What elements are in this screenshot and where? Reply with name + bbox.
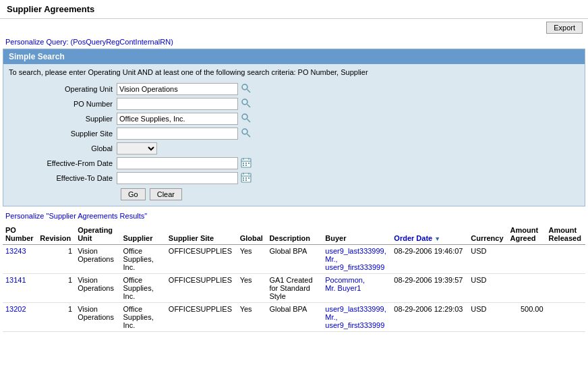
description-cell: Global BPA xyxy=(266,245,322,274)
description-cell: Global BPA xyxy=(266,303,322,332)
effective-to-calendar-icon[interactable] xyxy=(241,172,253,184)
results-section: PONumber Revision OperatingUnit Supplier… xyxy=(0,224,588,335)
svg-rect-17 xyxy=(245,163,247,164)
buyer-cell: user9_last333999,Mr.,user9_first333999 xyxy=(322,303,391,332)
buyer-link[interactable]: user9_last333999,Mr.,user9_first333999 xyxy=(325,247,386,271)
search-instruction-text: To search, please enter Operating Unit A… xyxy=(9,68,368,76)
order-date-cell: 08-29-2006 12:29:03 xyxy=(391,303,468,332)
svg-rect-19 xyxy=(243,165,244,166)
amount-agreed-cell: 500.00 xyxy=(508,303,546,332)
description-cell: GA1 Created for Standard Style xyxy=(266,274,322,303)
col-header-operating-unit: OperatingUnit xyxy=(75,224,120,245)
col-header-revision: Revision xyxy=(37,224,75,245)
po-number-link[interactable]: 13141 xyxy=(5,276,26,284)
col-header-description: Description xyxy=(266,224,322,245)
supplier-site-cell: OFFICESUPPLIES xyxy=(166,245,237,274)
simple-search-section: Simple Search To search, please enter Op… xyxy=(3,49,585,206)
supplier-site-label: Supplier Site xyxy=(71,130,113,138)
po-number-link[interactable]: 13202 xyxy=(5,305,26,313)
search-section-title: Simple Search xyxy=(9,52,65,61)
currency-cell: USD xyxy=(468,303,507,332)
svg-rect-28 xyxy=(243,179,244,181)
svg-rect-25 xyxy=(243,177,244,179)
global-cell: Yes xyxy=(237,245,267,274)
svg-line-1 xyxy=(247,90,251,93)
supplier-site-input[interactable] xyxy=(117,128,238,140)
svg-line-10 xyxy=(247,134,251,138)
table-row: 132021Vision OperationsOffice Supplies, … xyxy=(3,303,585,332)
page-title: Supplier Agreements xyxy=(7,4,94,14)
operating-unit-search-icon[interactable] xyxy=(241,83,253,95)
effective-from-label: Effective-From Date xyxy=(47,159,113,167)
svg-rect-26 xyxy=(245,177,247,179)
svg-point-2 xyxy=(243,86,246,88)
col-header-supplier-site: Supplier Site xyxy=(166,224,237,245)
global-cell: Yes xyxy=(237,303,267,332)
results-table: PONumber Revision OperatingUnit Supplier… xyxy=(3,224,585,332)
svg-line-4 xyxy=(247,105,251,108)
buyer-cell: Pocommon,Mr. Buyer1 xyxy=(322,274,391,303)
global-select[interactable]: Yes No xyxy=(117,142,157,155)
global-cell: Yes xyxy=(237,274,267,303)
sort-arrow-icon: ▼ xyxy=(434,235,440,242)
svg-rect-20 xyxy=(245,165,247,166)
col-header-supplier: Supplier xyxy=(120,224,165,245)
revision-cell: 1 xyxy=(37,274,75,303)
clear-button[interactable]: Clear xyxy=(150,188,182,200)
amount-agreed-cell xyxy=(508,274,546,303)
supplier-cell: Office Supplies, Inc. xyxy=(120,274,165,303)
col-header-buyer: Buyer xyxy=(322,224,391,245)
supplier-site-search-icon[interactable] xyxy=(241,128,253,140)
currency-cell: USD xyxy=(468,245,507,274)
order-date-sort-link[interactable]: Order Date xyxy=(394,234,432,242)
operating-unit-label: Operating Unit xyxy=(65,85,113,93)
supplier-cell: Office Supplies, Inc. xyxy=(120,245,165,274)
po-number-label: PO Number xyxy=(74,100,113,108)
supplier-site-cell: OFFICESUPPLIES xyxy=(166,303,237,332)
go-button[interactable]: Go xyxy=(121,188,146,200)
global-label: Global xyxy=(91,144,113,152)
personalize-results-link[interactable]: Personalize "Supplier Agreements Results… xyxy=(5,212,147,220)
order-date-cell: 08-29-2006 19:46:07 xyxy=(391,245,468,274)
currency-cell: USD xyxy=(468,274,507,303)
amount-agreed-cell xyxy=(508,245,546,274)
buyer-link[interactable]: Pocommon,Mr. Buyer1 xyxy=(325,276,365,292)
svg-line-7 xyxy=(247,119,251,123)
col-header-amount-agreed: AmountAgreed xyxy=(508,224,546,245)
revision-cell: 1 xyxy=(37,245,75,274)
order-date-cell: 08-29-2006 19:39:57 xyxy=(391,274,468,303)
amount-released-cell xyxy=(546,303,585,332)
col-header-order-date[interactable]: Order Date ▼ xyxy=(391,224,468,245)
supplier-cell: Office Supplies, Inc. xyxy=(120,303,165,332)
export-button[interactable]: Export xyxy=(546,22,583,34)
po-number-link[interactable]: 13243 xyxy=(5,247,26,255)
effective-to-input[interactable] xyxy=(117,172,238,184)
operating-unit-cell: Vision Operations xyxy=(75,245,120,274)
operating-unit-cell: Vision Operations xyxy=(75,303,120,332)
col-header-global: Global xyxy=(237,224,267,245)
personalize-query-link[interactable]: Personalize Query: (PosQueryRegContInter… xyxy=(5,38,173,46)
supplier-site-cell: OFFICESUPPLIES xyxy=(166,274,237,303)
svg-point-8 xyxy=(243,115,246,118)
supplier-input[interactable] xyxy=(117,113,238,125)
revision-cell: 1 xyxy=(37,303,75,332)
table-row: 132431Vision OperationsOffice Supplies, … xyxy=(3,245,585,274)
table-row: 131411Vision OperationsOffice Supplies, … xyxy=(3,274,585,303)
po-number-input[interactable] xyxy=(117,98,238,110)
effective-from-calendar-icon[interactable] xyxy=(241,157,253,169)
svg-rect-18 xyxy=(248,163,249,164)
buyer-cell: user9_last333999,Mr.,user9_first333999 xyxy=(322,245,391,274)
operating-unit-input[interactable] xyxy=(117,83,238,95)
effective-from-input[interactable] xyxy=(117,157,238,169)
svg-rect-29 xyxy=(245,179,247,181)
amount-released-cell xyxy=(546,274,585,303)
buyer-link[interactable]: user9_last333999,Mr.,user9_first333999 xyxy=(325,305,386,329)
po-number-search-icon[interactable] xyxy=(241,98,253,110)
amount-released-cell xyxy=(546,245,585,274)
supplier-label: Supplier xyxy=(86,115,113,123)
svg-rect-27 xyxy=(248,177,249,179)
effective-to-label: Effective-To Date xyxy=(56,174,113,182)
svg-point-11 xyxy=(243,130,246,133)
operating-unit-cell: Vision Operations xyxy=(75,274,120,303)
supplier-search-icon[interactable] xyxy=(241,113,253,125)
